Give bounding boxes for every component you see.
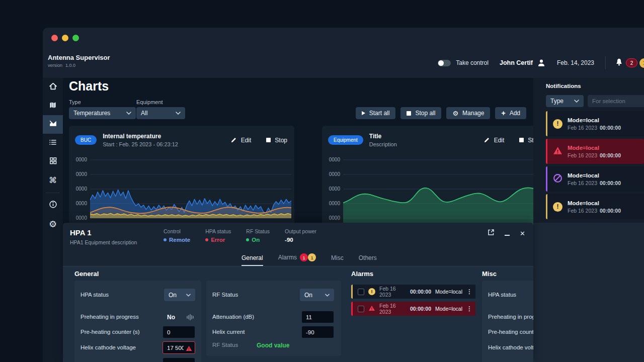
page-title: Charts bbox=[69, 79, 109, 94]
map-icon bbox=[49, 101, 57, 111]
modal-body: General HPA status On Preheating in prog… bbox=[63, 266, 533, 362]
chevron-down-icon bbox=[325, 294, 330, 297]
start-all-button[interactable]: Start all bbox=[356, 107, 396, 119]
stop-icon bbox=[519, 138, 524, 142]
y-tick: 0000 bbox=[325, 215, 340, 221]
kebab-menu-icon[interactable]: ⋮ bbox=[466, 288, 472, 295]
error-triangle-icon bbox=[186, 344, 192, 353]
chevron-down-icon bbox=[574, 100, 579, 103]
general-right-card: RF Status On Attenuation (dB) Helix curr… bbox=[206, 281, 341, 356]
toggle-knob bbox=[438, 60, 444, 66]
gear-icon: ⚙ bbox=[49, 220, 57, 229]
preheating-counter-input[interactable] bbox=[163, 326, 195, 338]
chevron-down-icon bbox=[186, 294, 191, 297]
notification-item-warning[interactable]: ! Mode=localFeb 16 202300:00:00 bbox=[546, 111, 644, 136]
tab-general[interactable]: General bbox=[242, 254, 263, 266]
warning-icon: ! bbox=[368, 288, 375, 295]
rf-status-select[interactable]: On bbox=[300, 289, 334, 301]
edit-chart-button[interactable]: Edit bbox=[484, 137, 505, 144]
helix-current-input[interactable] bbox=[301, 326, 334, 338]
partial-input[interactable] bbox=[163, 357, 195, 362]
notification-type-select[interactable]: Type bbox=[546, 95, 584, 107]
stop-icon bbox=[407, 111, 411, 116]
general-heading: General bbox=[74, 270, 99, 278]
notification-list: ! Mode=localFeb 16 202300:00:00 Mode=loc… bbox=[546, 111, 644, 219]
zoom-window-icon[interactable] bbox=[72, 35, 79, 41]
error-triangle-icon bbox=[368, 305, 375, 312]
modal-title: HPA 1 bbox=[70, 228, 92, 237]
app-window: Antenna Supervisor version1.0.0 Take con… bbox=[43, 28, 644, 362]
take-control-toggle[interactable] bbox=[438, 60, 451, 66]
tab-alarms[interactable]: Alarms 1 1 bbox=[278, 253, 316, 266]
field-label: Pre-heating counter (s) bbox=[488, 329, 533, 335]
notification-item-error[interactable]: Mode=localFeb 16 202300:00:00 bbox=[546, 139, 644, 164]
type-filter-label: Type bbox=[69, 99, 81, 105]
alarm-count-badge-red[interactable]: 2 bbox=[626, 58, 637, 67]
tab-misc[interactable]: Misc bbox=[331, 254, 344, 266]
alarm-checkbox[interactable] bbox=[358, 289, 364, 295]
field-label: HPA status bbox=[80, 292, 109, 298]
manage-button[interactable]: ⚙Manage bbox=[446, 107, 490, 119]
general-row-partial bbox=[74, 357, 201, 362]
sidebar-item-list[interactable] bbox=[43, 134, 63, 152]
equipment-badge: BUC bbox=[75, 135, 97, 145]
status-dot bbox=[246, 238, 249, 241]
stop-chart-button[interactable]: Stop bbox=[519, 137, 533, 144]
version-value: 1.0.0 bbox=[65, 63, 75, 68]
area-chart-icon bbox=[49, 119, 57, 130]
minimize-icon[interactable] bbox=[505, 235, 510, 236]
misc-card: HPA status Preheating in progress Pre-he… bbox=[482, 281, 533, 362]
notifications-bell-icon[interactable] bbox=[615, 58, 623, 68]
hpa-status-select[interactable]: On bbox=[164, 289, 195, 301]
waveform-icon[interactable] bbox=[186, 314, 194, 323]
sidebar-item-info[interactable] bbox=[43, 196, 63, 215]
attenuation-input[interactable] bbox=[301, 311, 334, 323]
background-panel bbox=[533, 223, 644, 362]
user-icon[interactable] bbox=[537, 58, 546, 67]
command-icon: ⌘ bbox=[49, 176, 57, 185]
status-rf: RF Status On bbox=[246, 228, 270, 243]
sidebar-item-grid[interactable] bbox=[43, 152, 63, 171]
add-button[interactable]: +Add bbox=[495, 107, 526, 119]
notifications-title: Notifications bbox=[546, 83, 581, 89]
y-tick: 0000 bbox=[325, 186, 340, 192]
notification-item-forbidden[interactable]: Mode=localFeb 16 202300:00:00 bbox=[546, 166, 644, 192]
equipment-area-chart bbox=[343, 156, 533, 226]
sidebar-item-map[interactable] bbox=[43, 97, 63, 115]
equipment-filter-select[interactable]: All bbox=[136, 107, 185, 119]
stop-all-button[interactable]: Stop all bbox=[400, 107, 441, 119]
type-filter-select[interactable]: Temperatures bbox=[69, 107, 136, 119]
field-label: HPA status bbox=[488, 292, 516, 298]
alarms-badge-red: 1 bbox=[300, 253, 308, 261]
chart-title: Title bbox=[369, 133, 397, 140]
chart-subtitle: Start : Feb. 25 2023 - 06:23:12 bbox=[103, 141, 178, 147]
notification-search-input[interactable] bbox=[588, 95, 644, 107]
alarm-checkbox[interactable] bbox=[358, 306, 364, 312]
sidebar-item-command[interactable]: ⌘ bbox=[43, 171, 63, 190]
grid-icon bbox=[49, 157, 57, 166]
close-icon[interactable]: ✕ bbox=[520, 230, 525, 237]
minimize-window-icon[interactable] bbox=[62, 35, 68, 41]
alarms-badge-amber: 1 bbox=[308, 253, 316, 261]
sidebar-item-settings[interactable]: ⚙ bbox=[43, 215, 63, 233]
notification-item-warning[interactable]: ! Mode=localFeb 16 202300:00:00 bbox=[546, 194, 644, 219]
y-tick: 0000 bbox=[72, 201, 87, 206]
user-name: John Certif bbox=[500, 59, 533, 66]
edit-chart-button[interactable]: Edit bbox=[230, 137, 252, 144]
kebab-menu-icon[interactable]: ⋮ bbox=[466, 305, 472, 312]
tab-others[interactable]: Others bbox=[359, 254, 377, 266]
alarm-row-warning[interactable]: ! Feb 16 2023 00:00:00 Mode=local ⋮ bbox=[351, 285, 475, 299]
sidebar-item-home[interactable] bbox=[43, 78, 63, 97]
take-control-label: Take control bbox=[456, 59, 489, 66]
status-output-power: Output power -90 bbox=[285, 228, 316, 243]
window-controls bbox=[51, 35, 79, 41]
app-version: version1.0.0 bbox=[48, 63, 110, 68]
stop-chart-button[interactable]: Stop bbox=[266, 137, 287, 144]
sidebar-item-charts[interactable] bbox=[43, 115, 63, 134]
chart-title: Internal temperature bbox=[103, 133, 178, 140]
open-in-new-icon[interactable] bbox=[488, 229, 495, 238]
alarm-count-badge-amber[interactable]: 1 bbox=[639, 58, 644, 68]
type-filter-value: Temperatures bbox=[73, 110, 122, 117]
close-window-icon[interactable] bbox=[51, 35, 58, 41]
alarm-row-error[interactable]: Feb 16 2023 00:00:00 Mode=local ⋮ bbox=[351, 302, 475, 316]
